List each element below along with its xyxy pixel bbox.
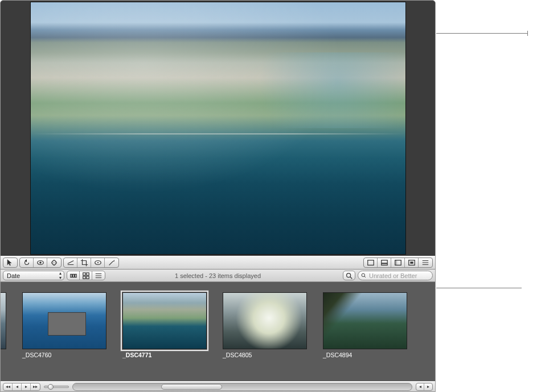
geometry-tool-group bbox=[63, 258, 119, 268]
tools-toolbar bbox=[1, 256, 435, 270]
last-item-button[interactable]: ▸▸ bbox=[31, 383, 40, 390]
thumbnail-image bbox=[1, 292, 6, 349]
split-view-button[interactable] bbox=[378, 258, 391, 267]
svg-point-6 bbox=[97, 262, 98, 263]
rating-filter-field[interactable]: Unrated or Better bbox=[358, 271, 433, 280]
svg-rect-18 bbox=[86, 272, 88, 275]
nav-button-group: ◂◂ ◂ ▸ ▸▸ bbox=[3, 383, 40, 391]
thumbnail-item[interactable]: _DSC4760 bbox=[22, 292, 106, 358]
mirror-displays-button[interactable] bbox=[419, 258, 432, 267]
thumbnail-label: _DSC4805 bbox=[223, 349, 307, 358]
grid-view-button[interactable] bbox=[80, 271, 92, 280]
svg-rect-8 bbox=[381, 260, 387, 263]
thumbnail-item[interactable]: _DSC4805 bbox=[223, 292, 307, 358]
select-stepper-icon: ▴▾ bbox=[59, 271, 62, 280]
browser-only-button[interactable] bbox=[391, 258, 405, 267]
crop-button[interactable] bbox=[77, 258, 91, 267]
red-eye-button[interactable] bbox=[34, 258, 47, 267]
layout-tool-group bbox=[363, 258, 433, 268]
next-item-button[interactable]: ▸ bbox=[22, 383, 31, 390]
thumbnail-item[interactable]: _DSC4894 bbox=[323, 292, 407, 358]
loupe-button[interactable] bbox=[343, 271, 355, 280]
color-meter-button[interactable] bbox=[91, 258, 105, 267]
thumbnail-label: _DSC4894 bbox=[323, 349, 407, 358]
annotation-leader-line bbox=[436, 288, 522, 288]
svg-rect-17 bbox=[83, 272, 85, 275]
svg-rect-13 bbox=[410, 262, 413, 264]
svg-rect-7 bbox=[367, 260, 374, 266]
scroll-left-button[interactable]: ◂ bbox=[416, 383, 424, 390]
annotation-leader-line bbox=[436, 33, 527, 34]
browser-scrubber-bar: ◂◂ ◂ ▸ ▸▸ ◂ ▸ bbox=[1, 381, 435, 391]
sort-filter-bar: Date ▴▾ 1 selected - 23 items displayed … bbox=[1, 270, 435, 282]
patch-button[interactable] bbox=[47, 258, 61, 267]
filmstrip-view-button[interactable] bbox=[67, 271, 80, 280]
svg-rect-9 bbox=[381, 264, 387, 266]
list-view-button[interactable] bbox=[92, 271, 105, 280]
thumbnail-label: _DSC4771 bbox=[122, 349, 207, 358]
thumbnail-image bbox=[223, 292, 307, 349]
svg-rect-19 bbox=[83, 276, 85, 278]
search-icon bbox=[360, 272, 367, 279]
thumbnail-item[interactable]: _DSC4771 bbox=[122, 292, 207, 358]
selection-tool-button[interactable] bbox=[3, 258, 18, 268]
thumbnail-image bbox=[323, 292, 407, 349]
svg-rect-11 bbox=[395, 260, 397, 266]
main-photo[interactable] bbox=[30, 2, 406, 255]
svg-rect-15 bbox=[72, 274, 74, 277]
fullscreen-button[interactable] bbox=[405, 258, 419, 267]
thumbnail-size-slider[interactable] bbox=[44, 386, 69, 388]
app-window: Date ▴▾ 1 selected - 23 items displayed … bbox=[0, 0, 436, 392]
thumbnail-item[interactable]: 733 bbox=[1, 292, 6, 358]
scroll-right-button[interactable]: ▸ bbox=[424, 383, 432, 390]
svg-rect-16 bbox=[75, 274, 76, 277]
viewer-pane bbox=[1, 1, 435, 256]
svg-point-21 bbox=[347, 273, 351, 277]
viewer-only-button[interactable] bbox=[364, 258, 378, 267]
scroll-arrow-group: ◂ ▸ bbox=[416, 383, 433, 391]
brush-button[interactable] bbox=[105, 258, 118, 267]
svg-rect-14 bbox=[70, 274, 72, 277]
svg-point-22 bbox=[362, 273, 365, 277]
svg-point-3 bbox=[53, 262, 54, 263]
rotate-ccw-button[interactable] bbox=[20, 258, 34, 267]
slider-knob-icon bbox=[48, 384, 54, 390]
sort-field-select[interactable]: Date ▴▾ bbox=[3, 271, 64, 280]
straighten-button[interactable] bbox=[64, 258, 77, 267]
browser-strip: 733 _DSC4760 _DSC4771 _DSC4805 _DSC4894 bbox=[1, 282, 435, 381]
svg-rect-20 bbox=[86, 276, 88, 278]
svg-point-1 bbox=[39, 262, 42, 264]
browser-scrollbar[interactable] bbox=[72, 383, 412, 391]
thumbnail-row: 733 _DSC4760 _DSC4771 _DSC4805 _DSC4894 bbox=[1, 292, 407, 358]
adjust-tool-group bbox=[19, 258, 62, 268]
rating-filter-placeholder: Unrated or Better bbox=[369, 272, 417, 279]
browser-view-switch bbox=[67, 271, 105, 280]
svg-rect-2 bbox=[51, 260, 57, 266]
svg-point-4 bbox=[55, 262, 55, 263]
thumbnail-image bbox=[122, 292, 207, 349]
first-item-button[interactable]: ◂◂ bbox=[3, 383, 13, 390]
scrollbar-thumb[interactable] bbox=[161, 384, 222, 390]
thumbnail-label: 733 bbox=[1, 349, 6, 358]
sort-field-label: Date bbox=[7, 272, 20, 279]
thumbnail-label: _DSC4760 bbox=[22, 349, 106, 358]
thumbnail-image bbox=[22, 292, 106, 349]
prev-item-button[interactable]: ◂ bbox=[13, 383, 22, 390]
